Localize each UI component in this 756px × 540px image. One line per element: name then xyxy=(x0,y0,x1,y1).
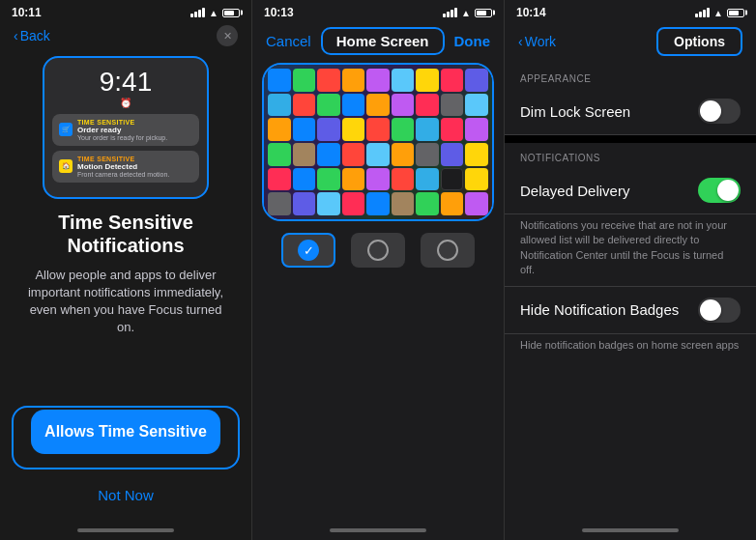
app-icon[interactable] xyxy=(317,69,340,92)
app-icon[interactable] xyxy=(465,143,488,166)
screen-option-2[interactable] xyxy=(351,233,405,268)
app-icon[interactable] xyxy=(392,118,415,141)
app-icon[interactable] xyxy=(392,69,415,92)
app-icon[interactable] xyxy=(293,94,316,117)
app-icon[interactable] xyxy=(268,192,291,215)
app-icon[interactable] xyxy=(268,94,291,117)
app-icon[interactable] xyxy=(441,118,464,141)
nav-bar-1: ‹ Back ✕ xyxy=(0,23,251,52)
lockscreen-notification-2: 🏠 TIME SENSITIVE Motion Detected Front c… xyxy=(52,151,199,183)
app-icon[interactable] xyxy=(268,69,291,92)
not-now-button[interactable]: Not Now xyxy=(0,481,251,509)
cancel-button[interactable]: Cancel xyxy=(266,33,311,49)
app-icon[interactable] xyxy=(366,143,390,166)
app-icon[interactable] xyxy=(465,69,488,92)
status-icons-2: ▲ xyxy=(443,8,492,18)
app-icon[interactable] xyxy=(268,118,291,141)
app-icon[interactable] xyxy=(268,143,291,166)
app-icon[interactable] xyxy=(441,69,464,92)
done-button[interactable]: Done xyxy=(453,33,490,49)
lockscreen-time: 9:41 xyxy=(52,68,199,98)
delayed-delivery-toggle[interactable] xyxy=(698,178,741,203)
app-icon[interactable] xyxy=(366,69,390,92)
p3-nav: ‹ Work Options xyxy=(505,23,756,64)
app-icon[interactable] xyxy=(416,143,439,166)
section-notifications: NOTIFICATIONS xyxy=(505,143,756,167)
app-icon[interactable] xyxy=(392,94,415,117)
app-icon[interactable] xyxy=(366,168,390,191)
hide-badges-row: Hide Notification Badges xyxy=(505,286,756,334)
section-appearance: APPEARANCE xyxy=(505,64,756,88)
app-icon[interactable] xyxy=(416,118,439,141)
lockscreen-alarm-icon: ⏰ xyxy=(52,98,199,108)
battery-icon-1 xyxy=(222,9,240,17)
status-time-3: 10:14 xyxy=(516,6,546,19)
status-icons-3: ▲ xyxy=(695,8,744,18)
app-icon[interactable] xyxy=(342,168,365,191)
app-icon[interactable] xyxy=(392,143,415,166)
panel-time-sensitive: 10:11 ▲ ‹ Back ✕ 9:41 ⏰ 🛒 TIME SENSITIV xyxy=(0,0,252,540)
back-label: Back xyxy=(20,28,50,43)
app-icon[interactable] xyxy=(441,143,464,166)
app-icon[interactable] xyxy=(293,118,316,141)
back-work-label: Work xyxy=(525,34,556,49)
battery-icon-3 xyxy=(727,9,744,17)
close-button[interactable]: ✕ xyxy=(217,25,238,46)
dim-lock-label: Dim Lock Screen xyxy=(520,103,630,120)
screen-option-3[interactable] xyxy=(421,233,475,268)
app-icon[interactable] xyxy=(441,94,464,117)
tab-options[interactable]: Options xyxy=(656,27,742,56)
app-icon[interactable] xyxy=(317,168,340,191)
app-icon[interactable] xyxy=(342,143,365,166)
back-button[interactable]: ‹ Back xyxy=(14,28,50,43)
options-tabs: Options xyxy=(556,27,742,56)
app-icon[interactable] xyxy=(416,168,439,191)
app-icon[interactable] xyxy=(342,69,365,92)
signal-icon-3 xyxy=(695,8,710,17)
app-icon[interactable] xyxy=(317,192,340,215)
app-icon[interactable] xyxy=(465,168,488,191)
toggle-knob xyxy=(700,100,721,122)
app-icon[interactable] xyxy=(293,143,316,166)
delayed-delivery-row: Delayed Delivery xyxy=(505,167,756,214)
app-icon[interactable] xyxy=(416,192,439,215)
back-work-button[interactable]: ‹ Work xyxy=(518,34,556,49)
app-icon[interactable] xyxy=(293,69,316,92)
app-icon[interactable] xyxy=(317,118,340,141)
notif1-body: Your order is ready for pickup. xyxy=(77,134,167,141)
home-indicator-3 xyxy=(582,528,679,532)
app-icon[interactable] xyxy=(317,143,340,166)
panel-options: 10:14 ▲ ‹ Work Options APPEARANCE Dim Lo… xyxy=(505,0,756,540)
p2-nav: Cancel Home Screen Done xyxy=(252,23,504,63)
notif1-title: Order ready xyxy=(77,126,167,134)
app-icon[interactable] xyxy=(293,168,316,191)
app-icon[interactable] xyxy=(392,192,415,215)
app-icon[interactable] xyxy=(416,69,439,92)
app-icon[interactable] xyxy=(366,192,390,215)
app-icon[interactable] xyxy=(441,168,464,191)
app-icon[interactable] xyxy=(366,94,390,117)
app-icon[interactable] xyxy=(293,192,316,215)
screen-option-1[interactable]: ✓ xyxy=(281,233,335,268)
dim-lock-toggle[interactable] xyxy=(698,99,741,124)
app-icon[interactable] xyxy=(317,94,340,117)
app-icon[interactable] xyxy=(416,94,439,117)
app-icon[interactable] xyxy=(392,168,415,191)
hide-badges-toggle[interactable] xyxy=(698,298,741,323)
app-icon[interactable] xyxy=(342,94,365,117)
chevron-left-icon-3: ‹ xyxy=(518,34,523,49)
allows-time-sensitive-button[interactable]: Allows Time Sensitive xyxy=(31,410,220,454)
app-icon[interactable] xyxy=(465,118,488,141)
app-icon[interactable] xyxy=(342,118,365,141)
circle-icon xyxy=(437,240,458,261)
app-icon[interactable] xyxy=(268,168,291,191)
app-icon[interactable] xyxy=(342,192,365,215)
status-time-1: 10:11 xyxy=(12,6,42,19)
app-icon[interactable] xyxy=(366,118,390,141)
app-icon[interactable] xyxy=(441,192,464,215)
app-icon[interactable] xyxy=(465,192,488,215)
homescreen-container xyxy=(262,63,494,221)
notif2-label: TIME SENSITIVE xyxy=(77,156,169,162)
app-icon[interactable] xyxy=(465,94,488,117)
delayed-note: Notifications you receive that are not i… xyxy=(505,214,756,286)
